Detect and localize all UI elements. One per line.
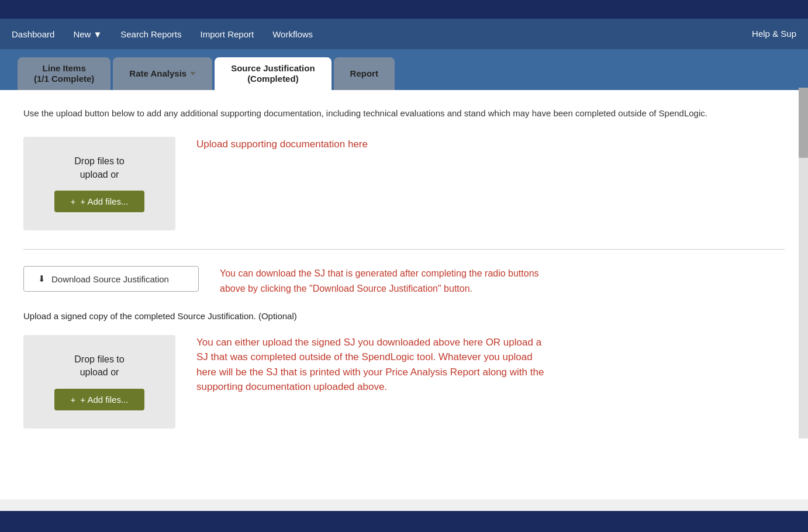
tab-rate-analysis-dropdown-icon <box>190 72 196 75</box>
tab-line-items-label: Line Items(1/1 Complete) <box>34 63 94 84</box>
upload-box-2: Drop files toupload or + + Add files... <box>23 335 175 429</box>
nav-help-label: Help & Sup <box>752 29 796 39</box>
nav-new-dropdown-icon: ▼ <box>93 29 102 39</box>
tab-rate-analysis-label: Rate Analysis <box>129 68 187 79</box>
upload-box-2-drop-text: Drop files toupload or <box>74 353 124 379</box>
tab-source-justification-label: Source Justification(Completed) <box>231 63 315 84</box>
upload-hint-text-1: Upload supporting documentation here <box>196 137 368 152</box>
top-header-bg <box>0 0 808 19</box>
upload-box-1: Drop files toupload or + + Add files... <box>23 137 175 230</box>
navbar: Dashboard New ▼ Search Reports Import Re… <box>0 19 808 49</box>
download-hint-text: You can download the SJ that is generate… <box>220 266 547 296</box>
nav-dashboard[interactable]: Dashboard <box>12 29 54 39</box>
scrollbar-thumb[interactable] <box>799 88 808 158</box>
download-section: ⬇ Download Source Justification You can … <box>23 266 785 296</box>
nav-workflows[interactable]: Workflows <box>272 29 313 39</box>
navbar-left: Dashboard New ▼ Search Reports Import Re… <box>12 29 313 39</box>
description-text: Use the upload button below to add any a… <box>23 106 772 120</box>
upload-box-1-drop-text: Drop files toupload or <box>74 155 124 181</box>
add-files-icon-1: + <box>71 196 76 206</box>
nav-help[interactable]: Help & Sup <box>752 29 796 39</box>
nav-search-reports[interactable]: Search Reports <box>120 29 181 39</box>
bottom-bar <box>0 511 808 532</box>
tab-bar: Line Items(1/1 Complete) Rate Analysis S… <box>0 49 808 90</box>
nav-new[interactable]: New ▼ <box>73 29 102 39</box>
download-source-justification-button[interactable]: ⬇ Download Source Justification <box>23 266 199 292</box>
download-icon: ⬇ <box>38 274 46 284</box>
nav-import-report[interactable]: Import Report <box>200 29 254 39</box>
add-files-label-1: + Add files... <box>80 196 128 206</box>
main-content: Use the upload button below to add any a… <box>0 90 808 499</box>
scrollbar[interactable] <box>799 88 808 438</box>
section-divider <box>23 249 785 250</box>
add-files-label-2: + Add files... <box>80 395 128 405</box>
add-files-icon-2: + <box>71 395 76 405</box>
optional-upload-label: Upload a signed copy of the completed So… <box>23 310 785 323</box>
upload-hint-text-2: You can either upload the signed SJ you … <box>196 335 547 395</box>
tab-source-justification[interactable]: Source Justification(Completed) <box>215 57 331 90</box>
tab-report[interactable]: Report <box>334 57 395 90</box>
tab-rate-analysis[interactable]: Rate Analysis <box>113 57 212 90</box>
upload-section-2: Drop files toupload or + + Add files... … <box>23 335 785 429</box>
add-files-button-1[interactable]: + + Add files... <box>54 191 145 212</box>
nav-new-label: New <box>73 29 91 39</box>
upload-section-1: Drop files toupload or + + Add files... … <box>23 137 785 230</box>
tab-report-label: Report <box>350 68 378 79</box>
download-btn-label: Download Source Justification <box>51 274 169 284</box>
tab-line-items[interactable]: Line Items(1/1 Complete) <box>18 57 111 90</box>
add-files-button-2[interactable]: + + Add files... <box>54 389 145 410</box>
